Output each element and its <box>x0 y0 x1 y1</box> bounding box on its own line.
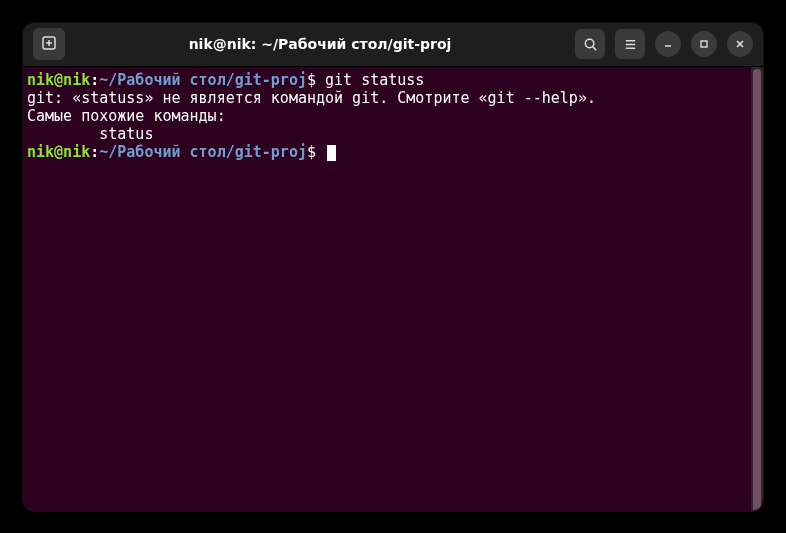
scrollbar-thumb[interactable] <box>753 69 761 511</box>
terminal-body[interactable]: nik@nik:~/Рабочий стол/git-proj$ git sta… <box>23 67 763 511</box>
maximize-icon <box>698 38 710 50</box>
prompt-colon: : <box>90 71 99 89</box>
titlebar-left <box>29 28 65 60</box>
titlebar: nik@nik: ~/Рабочий стол/git-proj <box>23 23 763 67</box>
prompt-user-host: nik@nik <box>27 71 90 89</box>
titlebar-right <box>575 29 757 59</box>
prompt-line-2: nik@nik:~/Рабочий стол/git-proj$ <box>27 143 747 161</box>
minimize-button[interactable] <box>655 31 681 57</box>
output-line-2: Самые похожие команды: <box>27 107 747 125</box>
window-title: nik@nik: ~/Рабочий стол/git-proj <box>65 36 575 52</box>
prompt-dollar: $ <box>307 71 316 89</box>
svg-point-3 <box>585 39 593 47</box>
svg-rect-9 <box>701 41 707 47</box>
prompt-user-host: nik@nik <box>27 143 90 161</box>
hamburger-icon <box>623 37 638 52</box>
prompt-path: ~/Рабочий стол/git-proj <box>99 143 307 161</box>
command-empty <box>316 143 325 161</box>
scrollbar[interactable] <box>751 67 763 511</box>
new-tab-button[interactable] <box>33 28 65 60</box>
terminal-window: nik@nik: ~/Рабочий стол/git-proj <box>23 23 763 511</box>
prompt-path: ~/Рабочий стол/git-proj <box>99 71 307 89</box>
cursor <box>327 145 336 161</box>
command-text: git statuss <box>316 71 424 89</box>
output-line-1: git: «statuss» не является командой git.… <box>27 89 747 107</box>
output-line-3: status <box>27 125 747 143</box>
prompt-colon: : <box>90 143 99 161</box>
new-tab-icon <box>41 35 57 54</box>
close-button[interactable] <box>727 31 753 57</box>
prompt-line-1: nik@nik:~/Рабочий стол/git-proj$ git sta… <box>27 71 747 89</box>
menu-button[interactable] <box>615 29 645 59</box>
search-icon <box>583 37 598 52</box>
svg-line-4 <box>592 46 595 49</box>
terminal-content[interactable]: nik@nik:~/Рабочий стол/git-proj$ git sta… <box>23 67 751 511</box>
maximize-button[interactable] <box>691 31 717 57</box>
close-icon <box>734 38 746 50</box>
minimize-icon <box>662 38 674 50</box>
prompt-dollar: $ <box>307 143 316 161</box>
search-button[interactable] <box>575 29 605 59</box>
